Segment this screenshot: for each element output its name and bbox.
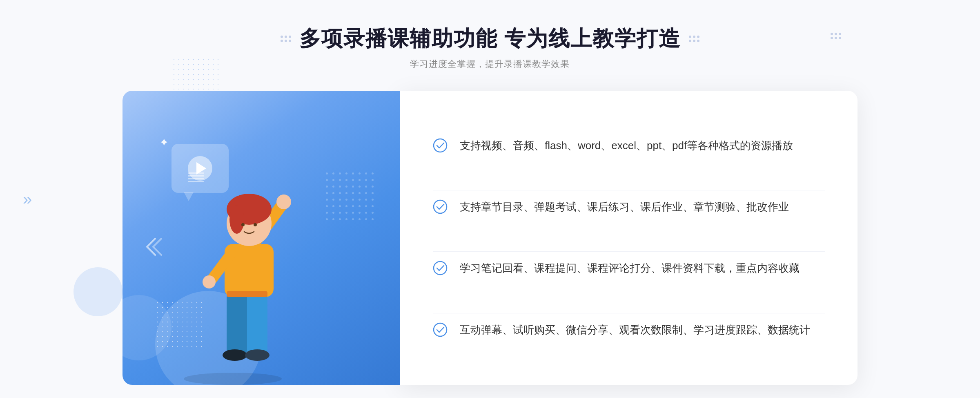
header-section: 多项录播课辅助功能 专为线上教学打造 学习进度全掌握，提升录播课教学效果 — [281, 25, 699, 70]
svg-point-5 — [203, 275, 216, 288]
svg-point-19 — [434, 323, 447, 336]
decorator-dots-right — [689, 36, 699, 42]
content-area: ✦ — [122, 91, 858, 385]
sparkle-decoration: ✦ — [159, 136, 169, 149]
svg-point-17 — [434, 200, 447, 213]
svg-point-14 — [245, 349, 270, 361]
svg-point-8 — [229, 205, 244, 234]
svg-rect-15 — [227, 291, 267, 297]
svg-point-18 — [434, 262, 447, 275]
person-illustration — [155, 156, 310, 385]
svg-point-9 — [241, 223, 245, 226]
arrows-decoration — [143, 235, 163, 262]
feature-item-4: 互动弹幕、试听购买、微信分享、观看次数限制、学习进度跟踪、数据统计 — [433, 313, 825, 347]
feature-text-4: 互动弹幕、试听购买、微信分享、观看次数限制、学习进度跟踪、数据统计 — [460, 322, 810, 339]
svg-rect-11 — [227, 293, 247, 354]
feature-item-2: 支持章节目录、弹题考试、课后练习、课后作业、章节测验、批改作业 — [433, 190, 825, 224]
svg-point-13 — [223, 349, 247, 361]
check-icon-2 — [433, 199, 448, 214]
check-icon-1 — [433, 138, 448, 153]
svg-point-0 — [184, 373, 282, 385]
check-icon-4 — [433, 322, 448, 337]
svg-rect-12 — [247, 293, 267, 354]
header-decorators: 多项录播课辅助功能 专为线上教学打造 — [281, 25, 699, 53]
svg-point-10 — [254, 223, 257, 226]
right-panel: 支持视频、音频、flash、word、excel、ppt、pdf等各种格式的资源… — [400, 91, 858, 385]
svg-point-16 — [434, 139, 447, 152]
feature-item-3: 学习笔记回看、课程提问、课程评论打分、课件资料下载，重点内容收藏 — [433, 251, 825, 285]
feature-item-1: 支持视频、音频、flash、word、excel、ppt、pdf等各种格式的资源… — [433, 129, 825, 163]
sub-title: 学习进度全掌握，提升录播课教学效果 — [281, 58, 699, 70]
page-container: 多项录播课辅助功能 专为线上教学打造 学习进度全掌握，提升录播课教学效果 » — [0, 0, 980, 398]
decorative-dots-bottom-left — [155, 300, 204, 349]
main-title: 多项录播课辅助功能 专为线上教学打造 — [299, 25, 681, 53]
check-icon-3 — [433, 261, 448, 275]
chevrons-left-icon: » — [23, 190, 32, 208]
panel-dots-grid — [326, 172, 376, 222]
feature-text-1: 支持视频、音频、flash、word、excel、ppt、pdf等各种格式的资源… — [460, 137, 793, 154]
feature-text-3: 学习笔记回看、课程提问、课程评论打分、课件资料下载，重点内容收藏 — [460, 260, 800, 277]
side-circle-blue — [74, 267, 122, 316]
decorative-dots-top-right — [831, 33, 841, 39]
svg-point-2 — [276, 195, 291, 209]
decorator-dots-left — [281, 36, 291, 42]
feature-text-2: 支持章节目录、弹题考试、课后练习、课后作业、章节测验、批改作业 — [460, 199, 789, 216]
